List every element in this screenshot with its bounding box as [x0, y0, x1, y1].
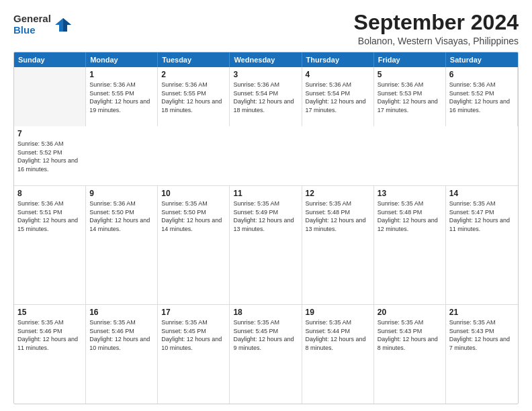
- week-3: 15 Sunrise: 5:35 AMSunset: 5:46 PMDaylig…: [14, 305, 518, 404]
- cal-cell-sep19: 19 Sunrise: 5:35 AMSunset: 5:44 PMDaylig…: [302, 305, 374, 404]
- calendar-body: 1 Sunrise: 5:36 AMSunset: 5:55 PMDayligh…: [14, 67, 518, 404]
- calendar-header: Sunday Monday Tuesday Wednesday Thursday…: [14, 52, 518, 67]
- day-info: Sunrise: 5:35 AMSunset: 5:48 PMDaylight:…: [306, 199, 370, 233]
- day-number: 3: [233, 70, 298, 79]
- cal-cell-sep11: 11 Sunrise: 5:35 AMSunset: 5:49 PMDaylig…: [230, 186, 302, 304]
- day-info: Sunrise: 5:35 AMSunset: 5:46 PMDaylight:…: [89, 318, 154, 352]
- day-number: 20: [378, 308, 442, 317]
- location: Bolanon, Western Visayas, Philippines: [354, 36, 519, 46]
- day-number: 12: [306, 189, 370, 198]
- day-number: 6: [449, 70, 514, 79]
- day-number: 5: [378, 70, 442, 79]
- header-sunday: Sunday: [14, 52, 86, 67]
- day-info: Sunrise: 5:35 AMSunset: 5:45 PMDaylight:…: [161, 318, 226, 352]
- cal-cell-empty: [14, 67, 86, 126]
- day-info: Sunrise: 5:36 AMSunset: 5:52 PMDaylight:…: [17, 140, 83, 173]
- header-saturday: Saturday: [446, 52, 518, 67]
- cal-cell-sep16: 16 Sunrise: 5:35 AMSunset: 5:46 PMDaylig…: [86, 305, 158, 404]
- day-number: 16: [89, 308, 154, 317]
- day-number: 2: [161, 70, 226, 79]
- header-monday: Monday: [86, 52, 158, 67]
- cal-cell-sep2: 2 Sunrise: 5:36 AMSunset: 5:55 PMDayligh…: [158, 67, 230, 126]
- day-number: 11: [233, 189, 298, 198]
- day-info: Sunrise: 5:36 AMSunset: 5:54 PMDaylight:…: [306, 81, 370, 114]
- week-2: 8 Sunrise: 5:36 AMSunset: 5:51 PMDayligh…: [14, 186, 518, 305]
- day-info: Sunrise: 5:35 AMSunset: 5:43 PMDaylight:…: [378, 318, 442, 352]
- day-number: 8: [17, 189, 82, 198]
- cal-cell-sep18: 18 Sunrise: 5:35 AMSunset: 5:45 PMDaylig…: [230, 305, 302, 404]
- cal-cell-sep7: 7 Sunrise: 5:36 AMSunset: 5:52 PMDayligh…: [14, 126, 86, 185]
- day-info: Sunrise: 5:36 AMSunset: 5:52 PMDaylight:…: [449, 81, 514, 114]
- day-info: Sunrise: 5:35 AMSunset: 5:47 PMDaylight:…: [449, 199, 515, 233]
- day-info: Sunrise: 5:35 AMSunset: 5:44 PMDaylight:…: [306, 318, 370, 352]
- header-thursday: Thursday: [302, 52, 374, 67]
- svg-marker-1: [63, 18, 71, 32]
- title-block: September 2024 Bolanon, Western Visayas,…: [354, 11, 519, 46]
- header-friday: Friday: [374, 52, 446, 67]
- cal-cell-sep4: 4 Sunrise: 5:36 AMSunset: 5:54 PMDayligh…: [302, 67, 374, 126]
- week-1: 1 Sunrise: 5:36 AMSunset: 5:55 PMDayligh…: [14, 67, 518, 186]
- page: General Blue September 2024 Bolanon, Wes…: [0, 0, 532, 411]
- logo-text: General Blue: [13, 13, 51, 36]
- day-info: Sunrise: 5:36 AMSunset: 5:55 PMDaylight:…: [161, 81, 226, 114]
- day-number: 21: [449, 308, 515, 317]
- header-tuesday: Tuesday: [158, 52, 230, 67]
- cal-cell-sep9: 9 Sunrise: 5:36 AMSunset: 5:50 PMDayligh…: [86, 186, 158, 304]
- cal-cell-sep1: 1 Sunrise: 5:36 AMSunset: 5:55 PMDayligh…: [86, 67, 158, 126]
- cal-cell-sep6: 6 Sunrise: 5:36 AMSunset: 5:52 PMDayligh…: [446, 67, 518, 126]
- header: General Blue September 2024 Bolanon, Wes…: [13, 11, 519, 46]
- day-number: 10: [161, 189, 226, 198]
- day-number: 4: [306, 70, 370, 79]
- cal-cell-sep20: 20 Sunrise: 5:35 AMSunset: 5:43 PMDaylig…: [374, 305, 446, 404]
- day-number: 17: [161, 308, 226, 317]
- logo-icon: [54, 15, 73, 34]
- header-wednesday: Wednesday: [230, 52, 302, 67]
- cal-cell-sep5: 5 Sunrise: 5:36 AMSunset: 5:53 PMDayligh…: [374, 67, 446, 126]
- logo-blue: Blue: [13, 25, 51, 36]
- cal-cell-sep14: 14 Sunrise: 5:35 AMSunset: 5:47 PMDaylig…: [446, 186, 518, 304]
- cal-cell-sep12: 12 Sunrise: 5:35 AMSunset: 5:48 PMDaylig…: [302, 186, 374, 304]
- day-number: 13: [378, 189, 442, 198]
- day-number: 14: [449, 189, 515, 198]
- day-info: Sunrise: 5:35 AMSunset: 5:49 PMDaylight:…: [233, 199, 298, 233]
- day-number: 1: [89, 70, 154, 79]
- day-number: 15: [17, 308, 82, 317]
- logo: General Blue: [13, 13, 73, 36]
- day-info: Sunrise: 5:36 AMSunset: 5:53 PMDaylight:…: [378, 81, 442, 114]
- logo-general: General: [13, 13, 51, 25]
- day-info: Sunrise: 5:35 AMSunset: 5:48 PMDaylight:…: [378, 199, 442, 233]
- day-info: Sunrise: 5:36 AMSunset: 5:51 PMDaylight:…: [17, 199, 82, 233]
- cal-cell-sep3: 3 Sunrise: 5:36 AMSunset: 5:54 PMDayligh…: [230, 67, 302, 126]
- cal-cell-sep15: 15 Sunrise: 5:35 AMSunset: 5:46 PMDaylig…: [14, 305, 86, 404]
- day-number: 19: [306, 308, 370, 317]
- cal-cell-sep10: 10 Sunrise: 5:35 AMSunset: 5:50 PMDaylig…: [158, 186, 230, 304]
- day-info: Sunrise: 5:35 AMSunset: 5:50 PMDaylight:…: [161, 199, 226, 233]
- day-info: Sunrise: 5:36 AMSunset: 5:54 PMDaylight:…: [233, 81, 298, 114]
- cal-cell-sep17: 17 Sunrise: 5:35 AMSunset: 5:45 PMDaylig…: [158, 305, 230, 404]
- cal-cell-sep13: 13 Sunrise: 5:35 AMSunset: 5:48 PMDaylig…: [374, 186, 446, 304]
- day-number: 18: [233, 308, 298, 317]
- month-year: September 2024: [354, 11, 519, 34]
- cal-cell-sep21: 21 Sunrise: 5:35 AMSunset: 5:43 PMDaylig…: [446, 305, 518, 404]
- calendar: Sunday Monday Tuesday Wednesday Thursday…: [13, 52, 519, 404]
- day-info: Sunrise: 5:36 AMSunset: 5:50 PMDaylight:…: [89, 199, 154, 233]
- day-info: Sunrise: 5:36 AMSunset: 5:55 PMDaylight:…: [89, 81, 154, 114]
- day-number: 9: [89, 189, 154, 198]
- day-info: Sunrise: 5:35 AMSunset: 5:46 PMDaylight:…: [17, 318, 82, 352]
- day-info: Sunrise: 5:35 AMSunset: 5:45 PMDaylight:…: [233, 318, 298, 352]
- day-number: 7: [17, 129, 83, 138]
- day-info: Sunrise: 5:35 AMSunset: 5:43 PMDaylight:…: [449, 318, 515, 352]
- cal-cell-sep8: 8 Sunrise: 5:36 AMSunset: 5:51 PMDayligh…: [14, 186, 86, 304]
